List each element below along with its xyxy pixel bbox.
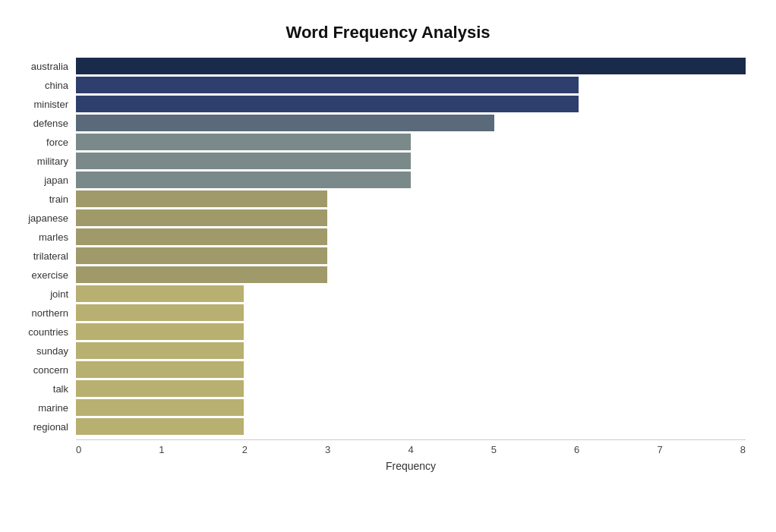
bar-row: military xyxy=(76,153,746,169)
bar-label-japanese: japanese xyxy=(15,212,76,224)
bar-row: sunday xyxy=(76,342,746,359)
bar-track xyxy=(76,172,746,188)
bar-row: trilateral xyxy=(76,247,746,264)
bar-label-countries: countries xyxy=(15,326,76,338)
bar-row: countries xyxy=(76,323,746,340)
bar-row: marine xyxy=(76,399,746,416)
bar-fill-marine xyxy=(76,399,244,416)
bar-track xyxy=(76,247,746,264)
bar-track xyxy=(76,58,746,74)
x-tick-7: 7 xyxy=(657,444,662,455)
bar-fill-defense xyxy=(76,115,494,131)
bar-track xyxy=(76,190,746,207)
x-tick-4: 4 xyxy=(408,444,413,455)
bar-row: talk xyxy=(76,380,746,397)
bar-label-marine: marine xyxy=(15,402,76,414)
x-tick-3: 3 xyxy=(325,444,330,455)
bar-track xyxy=(76,361,746,378)
chart-title: Word Frequency Analysis xyxy=(30,23,746,42)
bar-track xyxy=(76,134,746,150)
bar-label-exercise: exercise xyxy=(15,269,76,281)
bar-track xyxy=(76,418,746,435)
x-axis: 012345678 xyxy=(76,439,746,455)
x-axis-label: Frequency xyxy=(76,460,746,472)
bar-label-marles: marles xyxy=(15,231,76,243)
bar-row: marles xyxy=(76,228,746,245)
bar-label-china: china xyxy=(15,80,76,91)
bar-fill-concern xyxy=(76,361,244,378)
bar-label-australia: australia xyxy=(15,61,76,72)
bar-fill-sunday xyxy=(76,342,244,359)
bar-track xyxy=(76,323,746,340)
x-tick-5: 5 xyxy=(491,444,497,455)
bar-row: northern xyxy=(76,304,746,321)
bar-fill-regional xyxy=(76,418,244,435)
bar-label-military: military xyxy=(15,156,76,167)
x-tick-8: 8 xyxy=(740,444,746,455)
bar-track xyxy=(76,209,746,226)
bar-row: force xyxy=(76,134,746,150)
bar-label-regional: regional xyxy=(15,421,76,433)
bar-row: australia xyxy=(76,58,746,74)
bar-row: regional xyxy=(76,418,746,435)
bar-track xyxy=(76,96,746,112)
bar-label-sunday: sunday xyxy=(15,345,76,357)
bar-label-minister: minister xyxy=(15,99,76,110)
bar-label-trilateral: trilateral xyxy=(15,250,76,262)
bar-fill-countries xyxy=(76,323,244,340)
bar-label-concern: concern xyxy=(15,364,76,376)
bar-label-train: train xyxy=(15,194,76,205)
bar-fill-japanese xyxy=(76,209,327,226)
bar-track xyxy=(76,285,746,302)
bar-track xyxy=(76,399,746,416)
bar-fill-marles xyxy=(76,228,327,245)
x-tick-2: 2 xyxy=(242,444,248,455)
bar-track xyxy=(76,304,746,321)
chart-area: australiachinaministerdefenseforcemilita… xyxy=(76,58,746,461)
bar-row: japan xyxy=(76,172,746,188)
bar-track xyxy=(76,228,746,245)
x-tick-6: 6 xyxy=(574,444,579,455)
bar-row: japanese xyxy=(76,209,746,226)
bar-row: china xyxy=(76,77,746,93)
bar-label-northern: northern xyxy=(15,307,76,319)
bar-track xyxy=(76,115,746,131)
bar-fill-force xyxy=(76,134,411,150)
bar-label-defense: defense xyxy=(15,118,76,129)
bar-row: joint xyxy=(76,285,746,302)
bar-row: concern xyxy=(76,361,746,378)
bar-fill-japan xyxy=(76,172,411,188)
bar-track xyxy=(76,380,746,397)
bar-label-japan: japan xyxy=(15,175,76,186)
bar-fill-military xyxy=(76,153,411,169)
bar-row: train xyxy=(76,190,746,207)
bar-row: defense xyxy=(76,115,746,131)
bar-track xyxy=(76,153,746,169)
bar-row: minister xyxy=(76,96,746,112)
bar-fill-china xyxy=(76,77,579,93)
bar-fill-exercise xyxy=(76,266,327,283)
bar-fill-minister xyxy=(76,96,579,112)
bar-row: exercise xyxy=(76,266,746,283)
bar-fill-joint xyxy=(76,285,244,302)
bars-wrapper: australiachinaministerdefenseforcemilita… xyxy=(76,58,746,435)
bar-fill-trilateral xyxy=(76,247,327,264)
bar-track xyxy=(76,77,746,93)
bar-fill-australia xyxy=(76,58,746,74)
x-ticks: 012345678 xyxy=(76,440,746,455)
bar-fill-train xyxy=(76,190,327,207)
bar-track xyxy=(76,266,746,283)
bar-track xyxy=(76,342,746,359)
x-tick-1: 1 xyxy=(159,444,164,455)
bar-label-force: force xyxy=(15,137,76,148)
bar-fill-talk xyxy=(76,380,244,397)
chart-container: Word Frequency Analysis australiachinami… xyxy=(0,0,776,532)
bar-label-talk: talk xyxy=(15,383,76,395)
x-tick-0: 0 xyxy=(76,444,81,455)
bar-fill-northern xyxy=(76,304,244,321)
bar-label-joint: joint xyxy=(15,288,76,300)
